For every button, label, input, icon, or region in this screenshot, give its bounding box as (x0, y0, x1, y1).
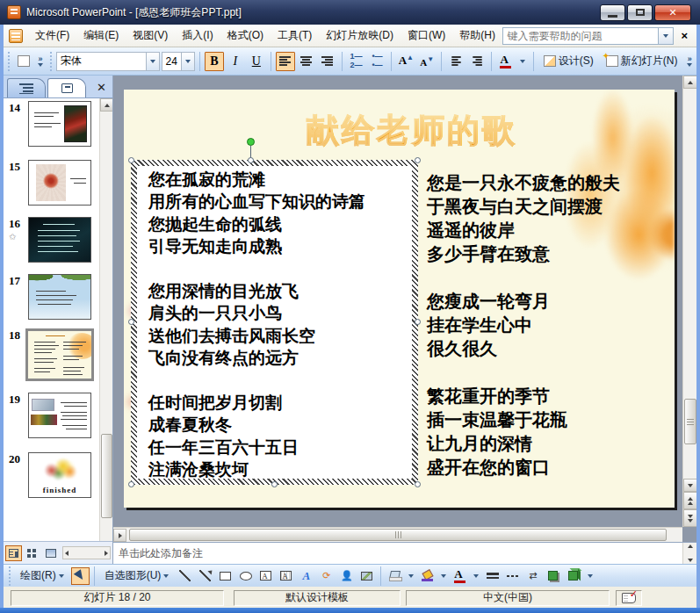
rectangle-tool-button[interactable] (216, 567, 235, 585)
menu-insert[interactable]: 插入(I) (175, 25, 220, 47)
slide-thumbnail-20[interactable]: finished (28, 452, 91, 498)
scrollbar-thumb[interactable] (101, 434, 112, 518)
scroll-down-button[interactable] (683, 479, 696, 492)
resize-handle-top-right[interactable] (415, 157, 421, 163)
oval-tool-button[interactable] (236, 567, 255, 585)
new-presentation-button[interactable] (14, 52, 33, 71)
close-button[interactable]: ✕ (654, 4, 691, 21)
scrollbar-thumb[interactable] (684, 399, 696, 444)
slide-canvas[interactable]: 献给老师的歌 您在孤寂的荒滩 用所有的心血写下知识的诗篇 您抛起生命的弧线 引导… (124, 90, 675, 508)
draw-menu-button[interactable]: 绘图(R) (15, 567, 69, 585)
panel-horizontal-scrollbar[interactable] (62, 546, 111, 559)
notes-placeholder[interactable]: 单击此处添加备注 (119, 546, 679, 561)
slide-sorter-view-button[interactable] (24, 545, 40, 561)
menu-file[interactable]: 文件(F) (28, 25, 76, 47)
help-dropdown-button[interactable] (659, 27, 674, 45)
notes-scrollbar[interactable] (682, 543, 696, 564)
autoshapes-menu-button[interactable]: 自选图形(U) (99, 567, 175, 585)
tab-outline[interactable] (7, 78, 46, 97)
textbox-tool-button[interactable]: A (256, 567, 275, 585)
clipart-button[interactable]: 👤 (337, 567, 356, 585)
bullets-button[interactable]: •— •— (367, 52, 386, 71)
underline-button[interactable]: U (247, 52, 266, 71)
resize-handle-middle-right[interactable] (415, 319, 421, 325)
new-slide-button[interactable]: 新幻灯片(N) (601, 52, 683, 71)
slide-thumbnail-15[interactable] (28, 160, 91, 206)
shadow-style-button[interactable] (544, 567, 562, 585)
scroll-right-button[interactable] (113, 529, 126, 542)
toolbar-grip[interactable] (7, 52, 11, 71)
minimize-button[interactable] (600, 4, 625, 21)
font-color-button[interactable]: A (451, 567, 469, 585)
line-style-button[interactable] (483, 567, 502, 585)
select-objects-button[interactable] (71, 567, 90, 585)
formatting-toolbar-overflow-button[interactable]: » (684, 50, 695, 73)
thumbnail-scrollbar[interactable] (99, 98, 112, 541)
insert-picture-button[interactable] (357, 567, 376, 585)
slide-thumbnail-17[interactable] (28, 274, 91, 320)
spellcheck-indicator[interactable] (616, 590, 642, 606)
diagram-button[interactable]: ⟳ (317, 567, 336, 585)
arrow-style-button[interactable]: ⇄ (523, 567, 542, 585)
notes-pane[interactable]: 单击此处添加备注 (113, 542, 696, 564)
resize-handle-top-left[interactable] (128, 157, 134, 163)
arrow-tool-button[interactable] (196, 567, 214, 585)
increase-indent-button[interactable] (467, 52, 487, 71)
slide-thumbnail-16[interactable] (28, 217, 91, 263)
italic-button[interactable]: I (226, 52, 245, 71)
slide-thumbnail-19[interactable] (28, 393, 91, 438)
menu-window[interactable]: 窗口(W) (401, 25, 452, 47)
font-color-dropdown[interactable] (517, 52, 529, 71)
menu-format[interactable]: 格式(O) (220, 25, 271, 47)
next-slide-button[interactable] (683, 509, 696, 527)
normal-view-button[interactable] (5, 545, 22, 561)
font-color-dropdown[interactable] (471, 567, 481, 585)
dash-style-button[interactable] (503, 567, 522, 585)
line-color-dropdown[interactable] (438, 567, 449, 585)
standard-toolbar-overflow-button[interactable]: » (35, 50, 46, 73)
align-left-button[interactable] (276, 52, 295, 71)
toolbar-grip[interactable] (7, 566, 11, 586)
tab-slides[interactable] (47, 78, 86, 97)
increase-font-size-button[interactable]: A▲ (396, 52, 415, 71)
slideshow-view-button[interactable] (42, 545, 59, 561)
font-name-dropdown[interactable] (146, 53, 159, 70)
scroll-up-button[interactable] (100, 98, 112, 112)
vertical-scrollbar[interactable] (682, 76, 696, 527)
bold-button[interactable]: B (205, 52, 224, 71)
rotation-handle[interactable] (247, 138, 255, 146)
decrease-indent-button[interactable] (446, 52, 465, 71)
fill-color-button[interactable] (386, 567, 404, 585)
resize-handle-bottom-right[interactable] (415, 481, 421, 487)
3d-style-button[interactable] (564, 567, 582, 585)
font-color-button[interactable]: A (496, 52, 516, 71)
menu-help[interactable]: 帮助(H) (452, 25, 502, 47)
resize-handle-bottom-left[interactable] (128, 481, 134, 487)
line-color-button[interactable] (418, 567, 437, 585)
maximize-button[interactable] (627, 4, 653, 21)
slide-title-wordart[interactable]: 献给老师的歌 (298, 109, 526, 153)
scrollbar-thumb[interactable] (129, 529, 667, 541)
resize-handle-middle-left[interactable] (128, 319, 134, 325)
slide-thumbnail-14[interactable] (28, 101, 91, 147)
drawing-toolbar-overflow-button[interactable] (584, 565, 596, 588)
font-size-dropdown[interactable] (181, 53, 194, 70)
slide-thumbnail-18-selected[interactable] (25, 328, 94, 381)
poem-textbox-selected[interactable]: 您在孤寂的荒滩 用所有的心血写下知识的诗篇 您抛起生命的弧线 引导无知走向成熟 … (131, 160, 418, 485)
resize-handle-top-center[interactable] (248, 157, 254, 163)
previous-slide-button[interactable] (683, 492, 696, 509)
line-tool-button[interactable] (176, 567, 194, 585)
menubar-close-button[interactable]: × (677, 29, 691, 42)
design-button[interactable]: 设计(S) (538, 52, 599, 71)
scroll-up-button[interactable] (683, 76, 696, 89)
resize-handle-bottom-center[interactable] (271, 481, 278, 487)
language-indicator[interactable]: 中文(中国) (406, 590, 610, 606)
menu-slideshow[interactable]: 幻灯片放映(D) (319, 25, 401, 47)
vertical-textbox-button[interactable]: A (277, 567, 295, 585)
font-name-select[interactable]: 宋体 (56, 52, 160, 71)
menu-tools[interactable]: 工具(T) (271, 25, 319, 47)
decrease-font-size-button[interactable]: A▼ (417, 52, 437, 71)
align-center-button[interactable] (297, 52, 316, 71)
panel-close-button[interactable]: ✕ (92, 81, 111, 94)
help-search-input[interactable] (502, 27, 659, 45)
